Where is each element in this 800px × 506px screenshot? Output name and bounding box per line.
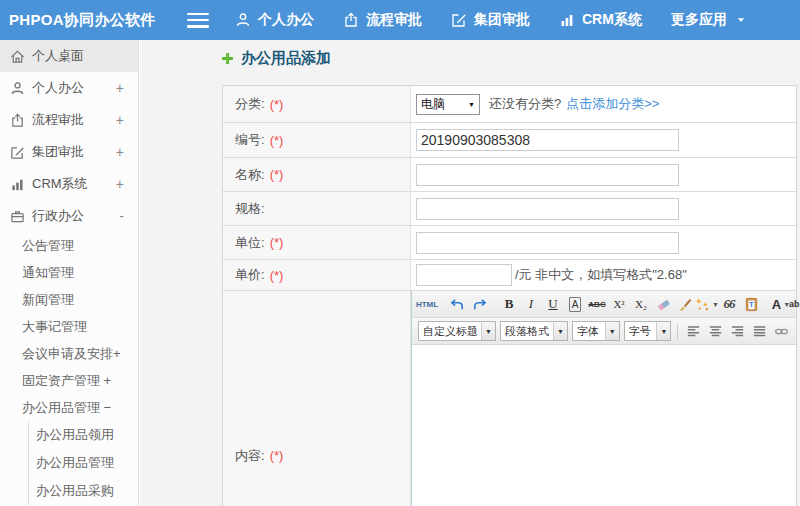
sidebar-item-label: 公告管理	[22, 237, 74, 255]
rich-text-editor: HTMLBIUAABCX²X₂▼66TA▼ab▼ 自定义标题▼段落格式▼字体▼字…	[411, 291, 796, 506]
code-input[interactable]	[416, 129, 679, 151]
form-row-content: 内容: (*) HTMLBIUAABCX²X₂▼66TA▼ab▼ 自定义标题▼段…	[223, 291, 796, 506]
sidebar-item-6[interactable]: 公告管理	[0, 232, 138, 259]
bold-glyph: B	[505, 296, 514, 312]
svg-text:T: T	[749, 301, 754, 308]
nav-item-4[interactable]: CRM系统	[559, 11, 642, 29]
caret-down-icon	[736, 15, 746, 25]
highlight-color-glyph: ab	[789, 299, 800, 309]
subscript-button[interactable]: X₂	[631, 294, 651, 314]
font-family-select[interactable]: 字体▼	[572, 321, 620, 341]
sidebar-item-15[interactable]: 办公用品采购	[29, 477, 138, 505]
sidebar-item-4[interactable]: CRM系统+	[0, 168, 138, 200]
italic-glyph: I	[529, 296, 533, 312]
font-color-button[interactable]: A▼	[771, 294, 791, 314]
custom-heading-select-label: 自定义标题	[419, 324, 481, 339]
redo-button[interactable]	[469, 294, 489, 314]
sidebar-item-13[interactable]: 办公用品领用	[29, 421, 138, 449]
sidebar-item-label: CRM系统	[32, 175, 88, 193]
field-label-content: 内容:	[235, 447, 265, 465]
top-nav: 个人办公流程审批集团审批CRM系统更多应用	[235, 11, 775, 29]
main-content: 办公用品添加 分类: (*) 电脑 ▼ 还没有分类? 点击添加分类>> 编号: …	[140, 40, 800, 506]
sidebar-item-9[interactable]: 大事记管理	[0, 313, 138, 340]
edit-icon	[10, 145, 25, 160]
highlight-color-button[interactable]: ab▼	[793, 294, 800, 314]
nav-item-2[interactable]: 流程审批	[343, 11, 422, 29]
select-arrow-icon: ▼	[468, 101, 475, 108]
app-logo: PHPOA协同办公软件	[0, 11, 187, 30]
nav-item-3[interactable]: 集团审批	[451, 11, 530, 29]
font-size-select[interactable]: 字号▼	[624, 321, 672, 341]
add-category-link[interactable]: 点击添加分类>>	[566, 95, 659, 113]
nav-item-label: 更多应用	[671, 11, 727, 29]
sidebar-item-label: 办公用品管理 −	[22, 399, 111, 417]
sidebar-item-2[interactable]: 流程审批+	[0, 104, 138, 136]
required-mark: (*)	[270, 133, 284, 148]
sidebar-item-label: 新闻管理	[22, 291, 74, 309]
sidebar-item-10[interactable]: 会议申请及安排+	[0, 340, 138, 367]
sidebar-item-0[interactable]: 个人桌面	[0, 40, 138, 72]
price-input[interactable]	[416, 264, 512, 286]
sidebar-item-12[interactable]: 办公用品管理 −	[0, 394, 138, 421]
auto-typeset-button[interactable]: ▼	[697, 294, 717, 314]
form-row-unit: 单位: (*)	[223, 226, 796, 260]
bold-button[interactable]: B	[499, 294, 519, 314]
price-hint: /元 非中文，如填写格式"2.68"	[515, 266, 687, 284]
eraser-button[interactable]	[653, 294, 673, 314]
superscript-button[interactable]: X²	[609, 294, 629, 314]
required-mark: (*)	[270, 235, 284, 250]
sidebar-item-label: 办公用品采购	[36, 482, 114, 500]
menu-toggle-icon[interactable]	[187, 13, 209, 28]
unit-input[interactable]	[416, 232, 679, 254]
field-label-spec: 规格:	[235, 200, 265, 218]
nav-item-1[interactable]: 个人办公	[235, 11, 314, 29]
form-row-name: 名称: (*)	[223, 158, 796, 192]
html-source-button[interactable]: HTML	[417, 294, 437, 314]
superscript-glyph: X²	[613, 298, 624, 310]
category-select[interactable]: 电脑 ▼	[416, 94, 480, 115]
name-input[interactable]	[416, 164, 679, 186]
sidebar-item-1[interactable]: 个人办公+	[0, 72, 138, 104]
blockquote-button[interactable]: 66	[719, 294, 739, 314]
sidebar-item-8[interactable]: 新闻管理	[0, 286, 138, 313]
sidebar-item-5[interactable]: 行政办公-	[0, 200, 138, 232]
strikethrough-button[interactable]: ABC	[587, 294, 607, 314]
collapse-minus-icon[interactable]: -	[119, 208, 124, 224]
sidebar-item-14[interactable]: 办公用品管理	[29, 449, 138, 477]
sidebar-item-label: 办公用品领用	[36, 426, 114, 444]
undo-button[interactable]	[447, 294, 467, 314]
italic-button[interactable]: I	[521, 294, 541, 314]
form-row-spec: 规格:	[223, 192, 796, 226]
align-right-button[interactable]	[727, 321, 747, 341]
required-mark: (*)	[270, 448, 284, 463]
link-button[interactable]	[771, 321, 791, 341]
align-center-icon	[708, 324, 723, 339]
sidebar-item-3[interactable]: 集团审批+	[0, 136, 138, 168]
expand-plus-icon[interactable]: +	[116, 80, 124, 96]
expand-plus-icon[interactable]: +	[116, 112, 124, 128]
nav-item-5[interactable]: 更多应用	[671, 11, 746, 29]
paragraph-format-select[interactable]: 段落格式▼	[500, 321, 568, 341]
form-row-code: 编号: (*)	[223, 123, 796, 158]
eraser-icon	[656, 297, 671, 312]
expand-plus-icon[interactable]: +	[116, 176, 124, 192]
custom-heading-select[interactable]: 自定义标题▼	[418, 321, 496, 341]
sidebar-item-11[interactable]: 固定资产管理 +	[0, 367, 138, 394]
paste-text-button[interactable]: T	[741, 294, 761, 314]
nav-item-label: CRM系统	[582, 11, 642, 29]
strikethrough-glyph: ABC	[588, 300, 605, 309]
format-brush-button[interactable]	[675, 294, 695, 314]
boxed-a-button[interactable]: A	[565, 294, 585, 314]
expand-plus-icon[interactable]: +	[116, 144, 124, 160]
align-justify-button[interactable]	[749, 321, 769, 341]
boxed-a-glyph: A	[569, 297, 582, 312]
align-left-button[interactable]	[683, 321, 703, 341]
underline-button[interactable]: U	[543, 294, 563, 314]
sidebar-item-7[interactable]: 通知管理	[0, 259, 138, 286]
spec-input[interactable]	[416, 198, 679, 220]
add-plus-icon	[221, 52, 234, 65]
align-center-button[interactable]	[705, 321, 725, 341]
sidebar-item-label: 个人办公	[32, 79, 84, 97]
editor-content-area[interactable]	[412, 345, 796, 506]
required-mark: (*)	[270, 167, 284, 182]
